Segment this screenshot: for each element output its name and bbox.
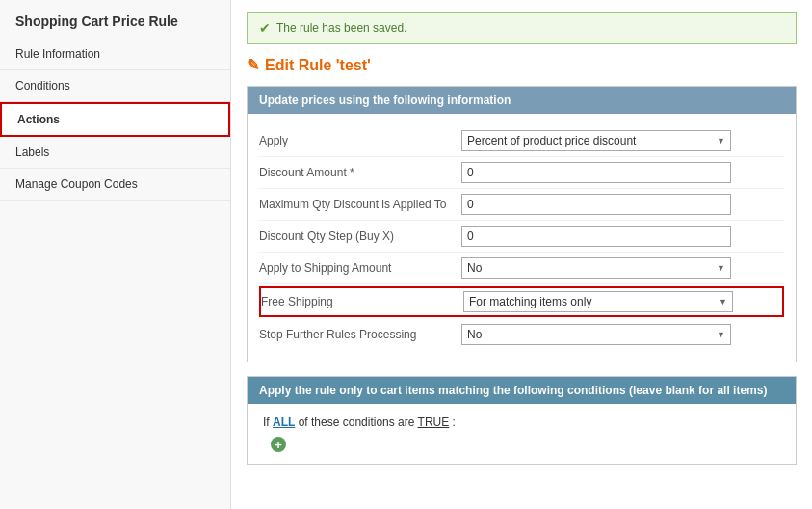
condition-middle: of these conditions are (295, 415, 417, 429)
sidebar-item-labels[interactable]: Labels (0, 137, 230, 169)
conditions-body: If ALL of these conditions are TRUE : + (248, 404, 796, 464)
sidebar: Shopping Cart Price Rule Rule Informatio… (0, 0, 231, 509)
stop-further-rules-label: Stop Further Rules Processing (259, 328, 461, 341)
sidebar-item-rule-information[interactable]: Rule Information (0, 39, 230, 70)
stop-further-rules-control: No Yes (461, 324, 784, 345)
sidebar-item-manage-coupon-codes[interactable]: Manage Coupon Codes (0, 169, 230, 201)
apply-control: Percent of product price discount Fixed … (461, 130, 784, 151)
page-title: ✎ Edit Rule 'test' (247, 56, 797, 74)
main-content: ✔ The rule has been saved. ✎ Edit Rule '… (231, 0, 812, 509)
update-prices-section: Update prices using the following inform… (247, 86, 797, 362)
discount-qty-step-control (461, 226, 784, 247)
free-shipping-row: Free Shipping For matching items only No… (259, 286, 784, 317)
free-shipping-label: Free Shipping (261, 295, 463, 308)
apply-to-shipping-control: No Yes (461, 257, 784, 279)
discount-amount-label: Discount Amount * (259, 166, 461, 179)
max-qty-row: Maximum Qty Discount is Applied To (259, 189, 784, 221)
apply-select[interactable]: Percent of product price discount Fixed … (461, 130, 731, 151)
conditions-header: Apply the rule only to cart items matchi… (248, 377, 796, 404)
add-condition-button[interactable]: + (271, 437, 286, 452)
sidebar-item-conditions[interactable]: Conditions (0, 70, 230, 102)
edit-icon: ✎ (247, 56, 259, 74)
free-shipping-control: For matching items only No For shipment … (463, 291, 782, 312)
max-qty-control (461, 194, 784, 215)
stop-further-rules-row: Stop Further Rules Processing No Yes (259, 319, 784, 350)
apply-to-shipping-row: Apply to Shipping Amount No Yes (259, 253, 784, 284)
update-prices-body: Apply Percent of product price discount … (248, 114, 796, 362)
discount-qty-step-row: Discount Qty Step (Buy X) (259, 221, 784, 253)
free-shipping-select[interactable]: For matching items only No For shipment … (463, 291, 733, 312)
edit-rule-title-text: Edit Rule 'test' (265, 57, 371, 74)
apply-label: Apply (259, 134, 461, 147)
success-message: ✔ The rule has been saved. (247, 12, 797, 44)
discount-amount-control (461, 162, 784, 183)
max-qty-label: Maximum Qty Discount is Applied To (259, 198, 461, 211)
add-condition-wrap: + (263, 437, 780, 452)
success-icon: ✔ (259, 20, 271, 36)
discount-qty-step-label: Discount Qty Step (Buy X) (259, 229, 461, 243)
discount-amount-input[interactable] (461, 162, 731, 183)
max-qty-input[interactable] (461, 194, 731, 215)
apply-to-shipping-select[interactable]: No Yes (461, 257, 731, 279)
update-prices-header: Update prices using the following inform… (248, 87, 796, 114)
success-text: The rule has been saved. (276, 21, 406, 35)
conditions-section: Apply the rule only to cart items matchi… (247, 376, 797, 465)
sidebar-item-actions[interactable]: Actions (0, 102, 230, 137)
sidebar-title: Shopping Cart Price Rule (0, 0, 230, 39)
condition-if: If (263, 415, 273, 429)
apply-to-shipping-label: Apply to Shipping Amount (259, 261, 461, 275)
stop-further-rules-select[interactable]: No Yes (461, 324, 731, 345)
apply-row: Apply Percent of product price discount … (259, 125, 784, 157)
discount-amount-row: Discount Amount * (259, 157, 784, 189)
condition-all-link[interactable]: ALL (273, 415, 295, 429)
condition-suffix: : (449, 415, 456, 429)
discount-qty-step-input[interactable] (461, 226, 731, 247)
condition-text: If ALL of these conditions are TRUE : (263, 415, 780, 429)
condition-true-link[interactable]: TRUE (418, 415, 450, 429)
